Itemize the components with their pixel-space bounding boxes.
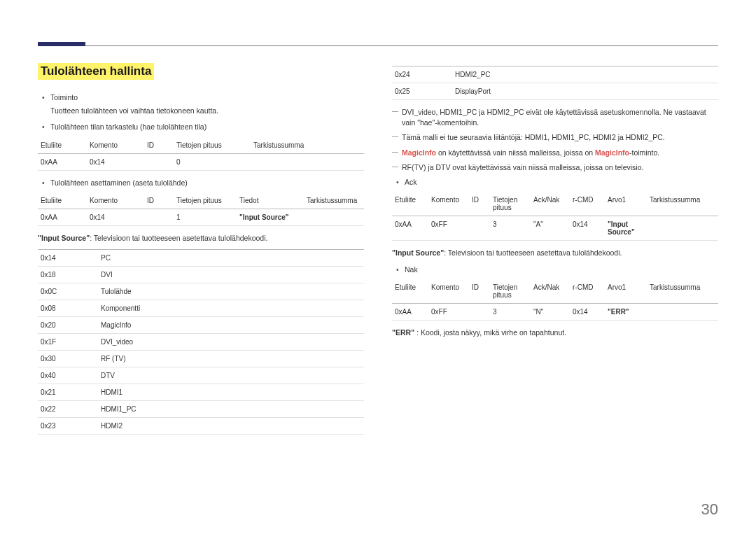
table-row: 0x30RF (TV) (38, 351, 364, 367)
page-number: 30 (701, 500, 718, 519)
th: Tietojen pituus (490, 279, 531, 304)
cell: 0x40 (38, 367, 98, 384)
cell: 0x30 (38, 351, 98, 367)
bullet-item: Tulolähteen asettaminen (aseta tulolähde… (38, 178, 364, 188)
th: Komento (428, 192, 469, 216)
cell: 0x14 (570, 216, 605, 241)
highlight-text: MagicInfo (595, 148, 629, 157)
table-row: 0x1FDVI_video (38, 334, 364, 351)
table-row: 0xAA 0xFF 3 "N" 0x14 "ERR" (392, 303, 718, 320)
th-tarkistus: Tarkistussumma (251, 137, 364, 154)
table-header-row: Etuliite Komento ID Tietojen pituus Tark… (38, 137, 364, 154)
bullet-list: Nak (392, 265, 718, 275)
th: Tietojen pituus (490, 192, 531, 216)
cell: 0x22 (38, 401, 98, 418)
dash-note-list: DVI_video, HDMI1_PC ja HDMI2_PC eivät ol… (392, 107, 718, 173)
cell: 0x14 (87, 209, 144, 225)
cell: DVI_video (98, 334, 364, 351)
ack-table: Etuliite Komento ID Tietojen pituus Ack/… (392, 192, 718, 241)
table-row: 0x21HDMI1 (38, 384, 364, 401)
table-row: 0x14PC (38, 250, 364, 267)
th: ID (469, 192, 490, 216)
bullet-label: Toiminto (50, 93, 78, 101)
cell: 3 (490, 303, 531, 320)
err-note: "ERR" : Koodi, josta näkyy, mikä virhe o… (392, 328, 718, 338)
cell (469, 303, 490, 320)
cell: 0xFF (428, 303, 469, 320)
cell: 0x18 (38, 267, 98, 283)
table-header-row: Etuliite Komento ID Tietojen pituus Ack/… (392, 192, 718, 216)
cell: 0x21 (38, 384, 98, 401)
note-text: : Televisioon tai tuotteeseen asetettava… (444, 248, 622, 257)
bullet-list: Toiminto Tuotteen tulolähteen voi vaihta… (38, 92, 364, 133)
th-tarkistus: Tarkistussumma (304, 192, 364, 209)
cell (144, 153, 174, 170)
th-id: ID (144, 137, 174, 154)
input-source-note: "Input Source": Televisioon tai tuottees… (38, 233, 364, 244)
two-column-layout: Tulolähteen hallinta Toiminto Tuotteen t… (38, 63, 718, 442)
bullet-item: Nak (392, 265, 718, 275)
nak-table: Etuliite Komento ID Tietojen pituus Ack/… (392, 279, 718, 321)
cell: 0xFF (428, 216, 469, 241)
cell: 0xAA (392, 303, 428, 320)
cell: "Input Source" (237, 209, 304, 225)
cell (647, 216, 718, 241)
bullet-list: Ack (392, 177, 718, 188)
document-page: Tulolähteen hallinta Toiminto Tuotteen t… (0, 0, 756, 534)
bullet-item: Ack (392, 177, 718, 188)
cell: 0x14 (570, 303, 605, 320)
cell: PC (98, 250, 364, 267)
th: r-CMD (570, 279, 605, 304)
th: Komento (428, 279, 469, 304)
dash-item: Tämä malli ei tue seuraavia liitäntöjä: … (392, 132, 718, 143)
cell: 0x23 (38, 418, 98, 435)
source-code-table: 0x14PC 0x18DVI 0x0CTulolähde 0x08Kompone… (38, 249, 364, 435)
cell: Tulolähde (98, 283, 364, 300)
cell: 0x0C (38, 283, 98, 300)
cell: HDMI2_PC (452, 66, 718, 83)
cell: 0xAA (38, 153, 87, 170)
highlight-text: MagicInfo (402, 148, 436, 157)
cell: 0 (174, 153, 251, 170)
bullet-item: Tulolähteen tilan tarkastelu (hae tulolä… (38, 122, 364, 132)
table-row: 0xAA 0x14 0 (38, 153, 364, 170)
cell: "N" (531, 303, 570, 320)
table-row: 0x0CTulolähde (38, 283, 364, 300)
th: Etuliite (392, 192, 428, 216)
note-bold: "Input Source" (392, 248, 444, 257)
table-row: 0x20MagicInfo (38, 317, 364, 334)
table-row: 0x18DVI (38, 267, 364, 283)
table-header-row: Etuliite Komento ID Tietojen pituus Tied… (38, 192, 364, 209)
dash-item: RF(TV) ja DTV ovat käytettävissä vain ni… (392, 162, 718, 173)
th: Tarkistussumma (647, 192, 718, 216)
th: Arvo1 (605, 192, 647, 216)
th-etuliite: Etuliite (38, 137, 87, 154)
cell: "ERR" (605, 303, 647, 320)
th: ID (469, 279, 490, 304)
command-table-set: Etuliite Komento ID Tietojen pituus Tied… (38, 192, 364, 226)
th-komento: Komento (87, 137, 144, 154)
th: Ack/Nak (531, 279, 570, 304)
cell (469, 216, 490, 241)
th: Ack/Nak (531, 192, 570, 216)
cell: 0x14 (87, 153, 144, 170)
cell: 1 (174, 209, 237, 225)
dash-text: -toiminto. (629, 148, 659, 157)
note-bold: "ERR" (392, 328, 414, 337)
cell (251, 153, 364, 170)
th-komento: Komento (87, 192, 144, 209)
th: Arvo1 (605, 279, 647, 304)
cell: RF (TV) (98, 351, 364, 367)
th: Tarkistussumma (647, 279, 718, 304)
table-row: 0x08Komponentti (38, 300, 364, 317)
th-id: ID (144, 192, 174, 209)
th-tiedot: Tiedot (237, 192, 304, 209)
cell: 0x24 (392, 66, 452, 83)
cell (144, 209, 174, 225)
source-code-table-cont: 0x24HDMI2_PC 0x25DisplayPort (392, 66, 718, 100)
cell: DTV (98, 367, 364, 384)
table-row: 0x23HDMI2 (38, 418, 364, 435)
header-rule (38, 38, 718, 46)
bullet-item: Toiminto Tuotteen tulolähteen voi vaihta… (38, 92, 364, 116)
table-row: 0x22HDMI1_PC (38, 401, 364, 418)
